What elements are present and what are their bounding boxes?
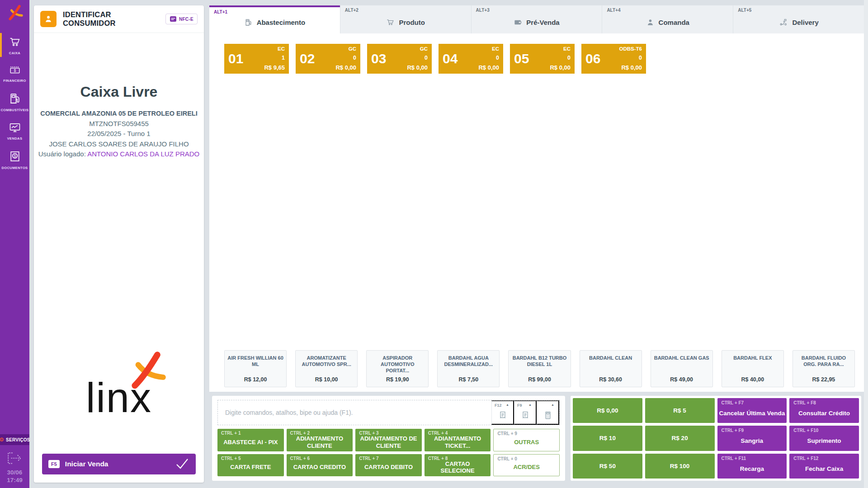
command-panel: F12 ▲ F9 ▲ ▲ (212, 396, 565, 481)
action-button-consultar-credito[interactable]: CTRL + F8Consultar Crédito (789, 398, 859, 423)
sidebar-item-servicos[interactable]: ⚙ SERVIÇOS (0, 434, 29, 445)
product-card[interactable]: AROMATIZANTE AUTOMOTIVO SPR...R$ 10,00 (295, 350, 358, 387)
payment-button-abastece-ai-pix[interactable]: CTRL + 1ABASTECE AI - PIX (217, 429, 284, 451)
cash-button-100[interactable]: R$ 100 (645, 454, 715, 479)
command-input[interactable] (218, 400, 491, 425)
calculator-button[interactable]: ▲ (537, 400, 559, 425)
tab-produto[interactable]: ALT+2 Produto (340, 5, 471, 33)
tab-abastecimento[interactable]: ALT+1 Abastecimento (209, 5, 340, 33)
product-name: BARDAHL AGUA DESMINERALIZAD... (440, 355, 497, 368)
product-price: R$ 10,00 (315, 376, 338, 383)
pump-count: 0 (550, 55, 571, 61)
pump-count: 0 (478, 55, 499, 61)
reprint-f12-button[interactable]: F12 ▲ (491, 400, 514, 425)
sales-chart-icon (8, 121, 22, 134)
pump-count: 0 (335, 55, 356, 61)
cash-button-0[interactable]: R$ 0,00 (573, 398, 642, 423)
shift-info: 22/05/2025 - Turno 1 (38, 129, 200, 139)
pump-tile-05[interactable]: 05 EC0R$ 0,00 (510, 44, 575, 74)
main-area: ALT+1 Abastecimento ALT+2 Produto ALT+3 (209, 5, 864, 488)
f12-shortcut-label: F12 (495, 403, 502, 408)
action-button-suprimento[interactable]: CTRL + F10Suprimento (789, 426, 859, 450)
pump-tile-03[interactable]: 03 GC0R$ 0,00 (367, 44, 432, 74)
bottom-panels: F12 ▲ F9 ▲ ▲ (212, 396, 861, 481)
action-label: Fechar Caixa (805, 465, 843, 472)
payment-label: CARTAO CREDITO (293, 464, 346, 471)
pump-tile-02[interactable]: 02 GC0R$ 0,00 (296, 44, 360, 74)
tab-label: Comanda (659, 19, 689, 26)
receipt-icon (521, 410, 530, 421)
product-card[interactable]: BARDAHL FLEXR$ 40,00 (722, 350, 784, 387)
tab-pre-venda[interactable]: ALT+3 Pré-Venda (471, 5, 602, 33)
pump-number: 06 (585, 51, 600, 66)
tab-label: Produto (399, 19, 425, 26)
sidebar-datetime: 30/06 17:49 (7, 469, 23, 484)
cash-button-20[interactable]: R$ 20 (645, 426, 715, 450)
product-price: R$ 40,00 (741, 376, 764, 383)
payment-button-cartao-debito[interactable]: CTRL + 7CARTAO DEBITO (355, 454, 422, 477)
reprint-f9-button[interactable]: F9 ▲ (514, 400, 537, 425)
operator-name: JOSE CARLOS SOARES DE ARAUJO FILHO (38, 139, 200, 150)
tab-shortcut: ALT+4 (607, 8, 620, 13)
product-card[interactable]: BARDAHL B12 TURBO DIESEL 1LR$ 99,00 (508, 350, 571, 387)
shortcut-label: CTRL + F11 (722, 456, 746, 461)
logout-button[interactable] (6, 451, 24, 466)
shortcut-label: CTRL + 8 (428, 456, 448, 461)
pump-value: R$ 9,65 (264, 64, 285, 71)
action-button-fechar-caixa[interactable]: CTRL + F12Fechar Caixa (789, 454, 859, 479)
sidebar-item-caixa[interactable]: CAIXA (0, 31, 29, 59)
cash-button-10[interactable]: R$ 10 (573, 426, 642, 450)
tab-delivery[interactable]: ALT+5 Delivery (733, 5, 864, 33)
product-name: AROMATIZANTE AUTOMOTIVO SPR... (298, 355, 355, 368)
payment-button-adiantamento-ticket[interactable]: CTRL + 4ADIANTAMENTO TICKET... (425, 429, 491, 451)
pump-tile-04[interactable]: 04 EC0R$ 0,00 (439, 44, 503, 74)
payment-button-adiantamento-cliente[interactable]: CTRL + 2ADIANTAMENTO CLIENTE (287, 429, 353, 451)
fuel-pump-icon (8, 92, 22, 105)
product-card[interactable]: ASPIRADOR AUTOMOTIVO PORTAT...R$ 19,90 (366, 350, 429, 387)
tab-comanda[interactable]: ALT+4 Comanda (602, 5, 733, 33)
payment-button-adiantamento-de-cliente[interactable]: CTRL + 3ADIANTAMENTO DE CLIENTE (355, 429, 422, 451)
sidebar-item-documentos[interactable]: $ DOCUMENTOS (0, 145, 29, 174)
action-button-sangria[interactable]: CTRL + F9Sangria (717, 426, 787, 450)
pump-tile-01[interactable]: 01 EC1R$ 9,65 (224, 44, 289, 74)
servicos-label: SERVIÇOS (6, 437, 30, 442)
product-card[interactable]: AIR FRESH WILLIAN 60 MLR$ 12,00 (224, 350, 287, 387)
identify-consumer-button[interactable] (40, 11, 57, 27)
product-shortcuts: AIR FRESH WILLIAN 60 MLR$ 12,00 AROMATIZ… (224, 350, 855, 387)
product-card[interactable]: BARDAHL CLEAN GASR$ 49,00 (651, 350, 713, 387)
action-label: Suprimento (807, 437, 841, 444)
status-title: Caixa Livre (38, 81, 200, 103)
tab-bar: ALT+1 Abastecimento ALT+2 Produto ALT+3 (209, 5, 864, 33)
sidebar-item-combustiveis[interactable]: COMBUSTÍVEIS (0, 87, 29, 116)
payment-button-carta-frete[interactable]: CTRL + 5CARTA FRETE (217, 454, 284, 477)
exit-arrow-icon (6, 451, 24, 465)
cash-button-50[interactable]: R$ 50 (573, 454, 642, 479)
sidebar-item-financeiro[interactable]: $ FINANCEIRO (0, 59, 29, 87)
product-card[interactable]: BARDAHL FLUIDO ORG. PARA RA...R$ 22,95 (793, 350, 855, 387)
coin-document-icon: $ (8, 150, 22, 163)
pump-tile-06[interactable]: 06 ODBS-T60R$ 0,00 (581, 44, 646, 74)
payment-button-cartao-credito[interactable]: CTRL + 6CARTAO CREDITO (287, 454, 353, 477)
product-price: R$ 22,95 (812, 376, 835, 383)
product-card[interactable]: BARDAHL AGUA DESMINERALIZAD...R$ 7,50 (437, 350, 500, 387)
shortcut-label: CTRL + 6 (290, 456, 310, 461)
start-sale-button[interactable]: F5 Iniciar Venda (42, 454, 196, 474)
sidebar: CAIXA $ FINANCEIRO COMBUSTÍVEIS VENDAS (0, 0, 29, 488)
payment-button-outras[interactable]: CTRL + 9OUTRAS (493, 429, 560, 451)
caret-up-icon: ▲ (551, 403, 554, 406)
cash-button-5[interactable]: R$ 5 (645, 398, 715, 423)
vertical-scrollbar[interactable] (864, 0, 868, 488)
pump-value: R$ 0,00 (407, 64, 428, 71)
payment-button-cartao-selecione[interactable]: CTRL + 8CARTAO SELECIONE (425, 454, 491, 477)
payment-label: ADIANTAMENTO TICKET... (428, 435, 487, 449)
sidebar-item-vendas[interactable]: VENDAS (0, 116, 29, 145)
action-button-recarga[interactable]: CTRL + F11Recarga (717, 454, 787, 479)
product-price: R$ 12,00 (244, 376, 267, 383)
product-card[interactable]: BARDAHL CLEANR$ 30,60 (580, 350, 642, 387)
receipt-icon (498, 410, 507, 421)
payment-label: ACR/DES (513, 464, 540, 471)
payment-button-acr-des[interactable]: CTRL + 0ACR/DES (493, 454, 560, 477)
sidebar-item-label: DOCUMENTOS (1, 166, 28, 170)
action-button-cancelar-ultima-venda[interactable]: CTRL + F7Cancelar Última Venda (717, 398, 787, 423)
nfce-label: NFC-E (179, 17, 193, 22)
